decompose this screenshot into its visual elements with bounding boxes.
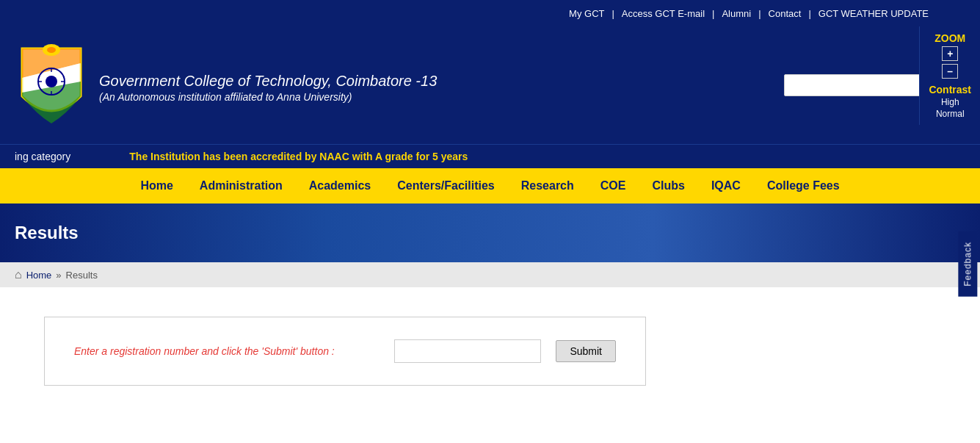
college-logo (15, 41, 88, 129)
registration-input[interactable] (394, 339, 541, 363)
nav-home[interactable]: Home (127, 170, 186, 201)
college-title: Government College of Technology, Coimba… (99, 68, 437, 103)
nav-clubs[interactable]: Clubs (639, 170, 697, 201)
top-navigation: My GCT | Access GCT E-mail | Alumni | Co… (0, 0, 980, 26)
zoom-contrast-panel: ZOOM + – Contrast High Normal (919, 26, 980, 125)
contrast-label: Contrast (929, 84, 971, 96)
main-content: Enter a registration number and click th… (0, 287, 980, 443)
contrast-normal-button[interactable]: Normal (936, 109, 965, 119)
nav-administration[interactable]: Administration (186, 170, 296, 201)
ticker-bar: ing category The Institution has been ac… (0, 144, 980, 168)
breadcrumb-separator: » (56, 270, 61, 281)
my-gct-link[interactable]: My GCT (562, 8, 611, 19)
access-email-link[interactable]: Access GCT E-mail (614, 8, 712, 19)
alumni-link[interactable]: Alumni (714, 8, 758, 19)
college-subtitle: (An Autonomous institution affiliated to… (99, 91, 437, 103)
weather-link[interactable]: GCT WEATHER UPDATE (811, 8, 936, 19)
zoom-in-button[interactable]: + (942, 46, 958, 61)
ticker-left-text: ing category (0, 151, 70, 162)
page-title: Results (15, 223, 79, 243)
college-name-heading: Government College of Technology, Coimba… (99, 68, 437, 91)
ticker-inner: ing category The Institution has been ac… (0, 151, 980, 162)
header: Government College of Technology, Coimba… (0, 26, 980, 144)
breadcrumb-home-link[interactable]: Home (26, 270, 52, 281)
svg-point-7 (47, 47, 56, 53)
page-title-bar: Results (0, 204, 980, 262)
nav-coe[interactable]: COE (587, 170, 639, 201)
form-label: Enter a registration number and click th… (74, 345, 380, 357)
submit-button[interactable]: Submit (556, 340, 616, 362)
nav-centers-facilities[interactable]: Centers/Facilities (384, 170, 508, 201)
breadcrumb-current: Results (66, 270, 98, 281)
ticker-right-text: The Institution has been accredited by N… (129, 151, 468, 162)
nav-academics[interactable]: Academics (296, 170, 385, 201)
zoom-out-button[interactable]: – (942, 64, 958, 79)
nav-research[interactable]: Research (508, 170, 587, 201)
nav-college-fees[interactable]: College Fees (754, 170, 853, 201)
home-icon[interactable]: ⌂ (15, 268, 22, 281)
main-navigation: Home Administration Academics Centers/Fa… (0, 168, 980, 204)
contact-link[interactable]: Contact (761, 8, 809, 19)
results-form: Enter a registration number and click th… (44, 317, 646, 386)
zoom-label: ZOOM (934, 32, 965, 44)
nav-iqac[interactable]: IQAC (698, 170, 754, 201)
contrast-high-button[interactable]: High (941, 97, 959, 107)
svg-point-1 (46, 76, 57, 87)
breadcrumb: ⌂ Home » Results (0, 262, 980, 287)
logo-area: Government College of Technology, Coimba… (15, 41, 784, 129)
feedback-tab[interactable]: Feedback (959, 231, 978, 297)
